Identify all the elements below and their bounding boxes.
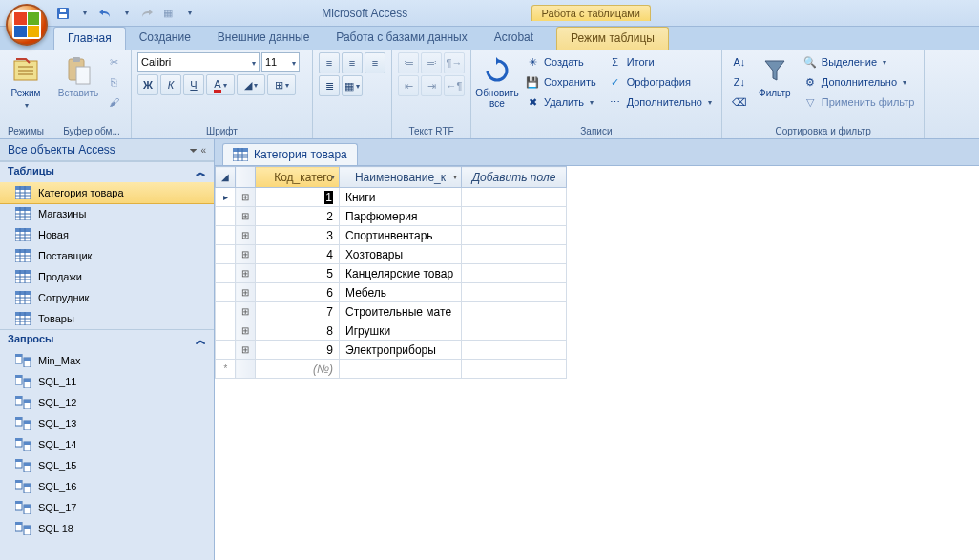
align-left-button[interactable]: ≡ [319, 52, 340, 73]
tab-external-data[interactable]: Внешние данные [204, 27, 323, 50]
nav-query-item[interactable]: SQL_14 [0, 434, 214, 455]
nav-table-item[interactable]: Поставщик [0, 245, 214, 266]
tab-datasheet[interactable]: Режим таблицы [556, 27, 669, 50]
gridlines-button[interactable]: ⊞ [267, 74, 296, 95]
decrease-indent-button[interactable]: ⇤ [398, 75, 419, 96]
table-row[interactable]: ⊞3Спортинвентарь [216, 226, 567, 245]
nav-query-item[interactable]: SQL_11 [0, 371, 214, 392]
nav-section-tables[interactable]: Таблицы ︽ [0, 161, 214, 182]
select-all-corner[interactable]: ◢ [216, 167, 236, 188]
table-row[interactable]: ▸⊞1Книги [216, 188, 567, 207]
expand-row-button[interactable]: ⊞ [236, 188, 256, 207]
column-header-name[interactable]: Наименование_к [340, 167, 462, 188]
nav-query-item[interactable]: SQL_13 [0, 413, 214, 434]
column-header-add[interactable]: Добавить поле [462, 167, 567, 188]
bullets-button[interactable]: ≔ [398, 52, 419, 73]
office-button[interactable] [6, 4, 48, 46]
cell-name[interactable]: Спортинвентарь [340, 226, 462, 245]
expand-row-button[interactable]: ⊞ [236, 226, 256, 245]
nav-table-item[interactable]: Сотрудник [0, 287, 214, 308]
spelling-button[interactable]: ✓Орфография [604, 73, 716, 92]
row-selector[interactable] [216, 264, 236, 283]
new-record-row[interactable]: *(№) [216, 360, 567, 379]
qat-customize[interactable] [179, 4, 198, 23]
bold-button[interactable]: Ж [137, 74, 158, 95]
nav-query-item[interactable]: SQL_15 [0, 455, 214, 476]
cell-id[interactable]: 3 [256, 226, 340, 245]
table-row[interactable]: ⊞2Парфюмерия [216, 207, 567, 226]
selection-filter-button[interactable]: 🔍Выделение [799, 52, 919, 72]
totals-button[interactable]: ΣИтоги [604, 52, 716, 72]
cell-name[interactable]: Мебель [340, 283, 462, 302]
nav-query-item[interactable]: SQL 18 [0, 518, 214, 539]
cell-id[interactable]: 6 [256, 283, 340, 302]
nav-pane-header[interactable]: Все объекты Access ⏷ « [0, 139, 214, 161]
cell-name[interactable]: Парфюмерия [340, 207, 462, 226]
more-records-button[interactable]: ⋯Дополнительно [604, 93, 716, 112]
cell-empty[interactable] [462, 341, 567, 360]
expand-row-button[interactable]: ⊞ [236, 341, 256, 360]
toggle-filter-button[interactable]: ▽Применить фильтр [799, 93, 919, 112]
tab-acrobat[interactable]: Acrobat [481, 27, 547, 50]
nav-table-item[interactable]: Категория товара [0, 182, 214, 203]
cell-id[interactable]: 7 [256, 302, 340, 321]
expand-row-button[interactable]: ⊞ [236, 207, 256, 226]
document-tab[interactable]: Категория товара [222, 143, 358, 165]
advanced-filter-button[interactable]: ⚙Дополнительно [799, 73, 919, 92]
align-alt1-button[interactable]: ≣ [319, 75, 340, 96]
cell-empty[interactable] [462, 302, 567, 321]
cell-name[interactable]: Игрушки [340, 321, 462, 341]
rtl-button[interactable]: ←¶ [444, 75, 465, 96]
tab-create[interactable]: Создание [126, 27, 204, 50]
cell-name[interactable]: Строительные мате [340, 302, 462, 321]
fill-color-button[interactable]: ◢ [237, 74, 265, 95]
align-center-button[interactable]: ≡ [342, 52, 363, 73]
qat-separator[interactable] [74, 4, 94, 23]
row-selector[interactable] [216, 321, 236, 341]
table-row[interactable]: ⊞7Строительные мате [216, 302, 567, 321]
cell-id[interactable]: 4 [256, 245, 340, 264]
new-row-selector[interactable]: * [216, 360, 236, 379]
shading-button[interactable]: ▦ [342, 75, 363, 96]
nav-collapse-button[interactable]: ⏷ « [189, 145, 206, 156]
table-row[interactable]: ⊞6Мебель [216, 283, 567, 302]
cell-id[interactable]: 9 [256, 341, 340, 360]
row-selector[interactable] [216, 341, 236, 360]
nav-table-item[interactable]: Продажи [0, 266, 214, 287]
table-row[interactable]: ⊞5Канцелярские товар [216, 264, 567, 283]
refresh-all-button[interactable]: Обновить все [477, 52, 517, 112]
save-record-button[interactable]: 💾Сохранить [521, 73, 600, 92]
expand-row-button[interactable]: ⊞ [236, 302, 256, 321]
clear-sort-button[interactable]: ⌫ [728, 93, 751, 112]
cell-empty[interactable] [462, 207, 567, 226]
column-header-id[interactable]: Код_катего [256, 167, 340, 188]
row-selector[interactable] [216, 226, 236, 245]
nav-query-item[interactable]: Min_Max [0, 350, 214, 371]
expand-row-button[interactable]: ⊞ [236, 245, 256, 264]
nav-query-item[interactable]: SQL_17 [0, 497, 214, 518]
nav-query-item[interactable]: SQL_16 [0, 476, 214, 497]
copy-button[interactable]: ⎘ [102, 73, 125, 92]
print-button[interactable]: ▦ [158, 4, 177, 23]
expand-row-button[interactable]: ⊞ [236, 264, 256, 283]
font-color-button[interactable]: A [206, 74, 235, 95]
cell-name[interactable]: Книги [340, 188, 462, 207]
align-right-button[interactable]: ≡ [365, 52, 385, 73]
ltr-button[interactable]: ¶→ [444, 52, 465, 73]
underline-button[interactable]: Ч [183, 74, 204, 95]
save-qat-button[interactable] [53, 4, 73, 23]
nav-section-queries[interactable]: Запросы ︽ [0, 329, 214, 350]
cell-new-id[interactable]: (№) [256, 360, 340, 379]
cut-button[interactable]: ✂ [102, 52, 125, 72]
redo-button[interactable] [137, 4, 156, 23]
tab-home[interactable]: Главная [53, 27, 126, 50]
row-selector[interactable] [216, 245, 236, 264]
table-row[interactable]: ⊞8Игрушки [216, 321, 567, 341]
filter-button[interactable]: Фильтр [755, 52, 795, 101]
cell-empty[interactable] [462, 226, 567, 245]
sort-asc-button[interactable]: A↓ [728, 52, 751, 72]
cell-id[interactable]: 2 [256, 207, 340, 226]
cell-new-name[interactable] [340, 360, 462, 379]
cell-empty[interactable] [462, 283, 567, 302]
nav-table-item[interactable]: Товары [0, 308, 214, 329]
